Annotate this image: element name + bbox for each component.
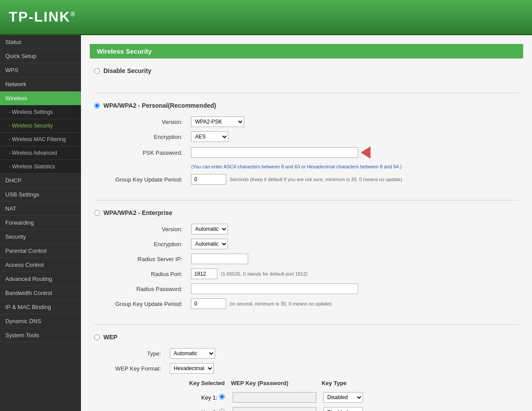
sidebar-item-dynamic-dns[interactable]: Dynamic DNS (0, 314, 81, 328)
wep-type-cell: Automatic Open System Shared Key (166, 346, 370, 361)
psk-password-input[interactable] (191, 147, 358, 158)
group-key-input[interactable] (191, 174, 226, 185)
psk-password-row: PSK Password: (112, 144, 406, 161)
radius-password-input[interactable] (191, 284, 358, 294)
sidebar-item-wireless-advanced[interactable]: - Wireless Advanced (0, 146, 81, 160)
psk-password-label: PSK Password: (112, 144, 187, 161)
sidebar-item-bandwidth-control[interactable]: Bandwidth Control (0, 286, 81, 300)
wep-key-1-type-cell: Disabled 64bit 128bit 152bit (320, 390, 367, 405)
col-wep-key: WEP Key (Password) (229, 378, 320, 390)
wep-key-2-radio[interactable] (219, 409, 225, 411)
ent-group-key-label: Group Key Update Period: (112, 296, 187, 311)
radius-ip-input[interactable] (191, 254, 248, 264)
wep-key-1-row: Key 1: Disabled (187, 390, 367, 405)
group-key-cell: Seconds (Keep it default if you are not … (187, 172, 406, 187)
sidebar-item-quick-setup[interactable]: Quick Setup (0, 49, 81, 63)
group-key-row: Group Key Update Period: Seconds (Keep i… (112, 172, 406, 187)
wep-key-1-type-select[interactable]: Disabled 64bit 128bit 152bit (323, 392, 363, 403)
version-select[interactable]: WPA2-PSK WPA-PSK WPA/WPA2-PSK (191, 116, 244, 127)
layout: Status Quick Setup WPS Network Wireless … (0, 35, 532, 411)
wep-key-2-select-cell: Key 2: (187, 405, 229, 411)
wpa-personal-section: WPA/WPA2 - Personal(Recommended) Version… (94, 102, 519, 191)
radius-ip-row: Radius Server IP: (112, 251, 362, 266)
ent-group-key-cell: (in second, minimum is 30, 0 means no up… (187, 296, 362, 311)
wep-format-cell: Hexadecimal ASCII (166, 361, 370, 376)
psk-hint-text: (You can enter ASCII characters between … (191, 164, 401, 169)
disable-security-radio[interactable] (94, 68, 100, 74)
group-key-hint: Seconds (Keep it default if you are not … (228, 177, 402, 182)
divider-3 (94, 324, 519, 325)
wep-type-select[interactable]: Automatic Open System Shared Key (170, 348, 215, 359)
ent-encryption-label: Encryption: (112, 236, 187, 251)
ent-encryption-cell: Automatic AES TKIP (187, 236, 362, 251)
wep-format-label: WEP Key Format: (112, 361, 166, 376)
wep-key-1-input[interactable] (233, 392, 316, 403)
divider-1 (94, 93, 519, 93)
page-title: Wireless Security (90, 44, 523, 58)
wpa-enterprise-form: Version: Automatic WPA WPA2 Encryption: (112, 222, 362, 311)
psk-container (191, 146, 371, 159)
sidebar-item-wireless[interactable]: Wireless (0, 91, 81, 105)
ent-version-select[interactable]: Automatic WPA WPA2 (191, 224, 228, 234)
wep-key-1-radio[interactable] (219, 394, 225, 400)
radius-port-input[interactable] (191, 269, 217, 279)
psk-hint-row: (You can enter ASCII characters between … (112, 161, 406, 172)
sidebar-item-dhcp[interactable]: DHCP (0, 174, 81, 188)
ent-encryption-select[interactable]: Automatic AES TKIP (191, 239, 228, 249)
radius-password-row: Radius Password: (112, 281, 362, 296)
wep-keys-header-row: Key Selected WEP Key (Password) Key Type… (112, 376, 370, 411)
wep-key-2-type-cell: Disabled 64bit 128bit 152bit (320, 405, 367, 411)
logo: TP-LINK® (9, 9, 76, 25)
wep-format-select[interactable]: Hexadecimal ASCII (170, 363, 214, 374)
wpa-personal-radio[interactable] (94, 103, 100, 109)
wep-key-2-input[interactable] (233, 407, 316, 411)
wep-section: WEP Type: Automatic Open System Shared K… (94, 334, 519, 411)
encryption-select[interactable]: AES TKIP AES/TKIP (191, 131, 228, 142)
wep-format-row: WEP Key Format: Hexadecimal ASCII (112, 361, 370, 376)
wep-radio[interactable] (94, 335, 100, 340)
wep-key-1-select-cell: Key 1: (187, 390, 229, 405)
sidebar-item-forwarding[interactable]: Forwarding (0, 216, 81, 230)
ent-group-key-input[interactable] (191, 298, 226, 309)
wep-header: WEP (94, 334, 519, 341)
wpa-personal-label: WPA/WPA2 - Personal(Recommended) (103, 102, 216, 109)
sidebar-item-access-control[interactable]: Access Control (0, 258, 81, 272)
sidebar-item-status[interactable]: Status (0, 35, 81, 49)
sidebar-item-parental-control[interactable]: Parental Control (0, 244, 81, 258)
wep-keys-header-empty (112, 376, 166, 411)
wep-key-2-value-cell (229, 405, 320, 411)
ent-group-key-hint: (in second, minimum is 30, 0 means no up… (228, 301, 332, 306)
radius-password-cell (187, 281, 362, 296)
ent-encryption-row: Encryption: Automatic AES TKIP (112, 236, 362, 251)
version-cell: WPA2-PSK WPA-PSK WPA/WPA2-PSK (187, 114, 406, 129)
wpa-enterprise-radio[interactable] (94, 210, 100, 216)
sidebar-item-wireless-settings[interactable]: - Wireless Settings (0, 105, 81, 119)
sidebar-item-usb-settings[interactable]: USB Settings (0, 188, 81, 202)
sidebar-item-wireless-security[interactable]: - Wireless Security (0, 119, 81, 133)
wep-key-2-type-select[interactable]: Disabled 64bit 128bit 152bit (323, 407, 363, 411)
psk-hint-cell: (You can enter ASCII characters between … (187, 161, 406, 172)
wpa-enterprise-header: WPA/WPA2 - Enterprise (94, 209, 519, 216)
sidebar: Status Quick Setup WPS Network Wireless … (0, 35, 81, 411)
radius-password-label: Radius Password: (112, 281, 187, 296)
ent-version-label: Version: (112, 222, 187, 236)
sidebar-item-advanced-routing[interactable]: Advanced Routing (0, 272, 81, 286)
sidebar-item-nat[interactable]: NAT (0, 202, 81, 216)
wpa-enterprise-section: WPA/WPA2 - Enterprise Version: Automatic… (94, 209, 519, 316)
sidebar-item-ip-mac-binding[interactable]: IP & MAC Binding (0, 300, 81, 314)
wep-form: Type: Automatic Open System Shared Key W… (112, 346, 370, 411)
sidebar-item-wireless-mac[interactable]: - Wireless MAC Filtering (0, 133, 81, 146)
disable-security-header: Disable Security (94, 67, 519, 74)
radius-port-cell: (1-65535, 0 stands for default port 1812… (187, 266, 362, 281)
wep-key-2-row: Key 2: Disabled (187, 405, 367, 411)
sidebar-item-wps[interactable]: WPS (0, 63, 81, 77)
sidebar-item-network[interactable]: Network (0, 77, 81, 91)
content-area: Disable Security WPA/WPA2 - Personal(Rec… (81, 63, 532, 411)
disable-security-label: Disable Security (103, 67, 151, 74)
radius-ip-cell (187, 251, 362, 266)
sidebar-item-system-tools[interactable]: System Tools (0, 328, 81, 342)
wep-key-1-label: Key 1: (201, 394, 217, 401)
encryption-label: Encryption: (112, 129, 187, 144)
sidebar-item-security[interactable]: Security (0, 230, 81, 244)
sidebar-item-wireless-stats[interactable]: - Wireless Statistics (0, 160, 81, 174)
